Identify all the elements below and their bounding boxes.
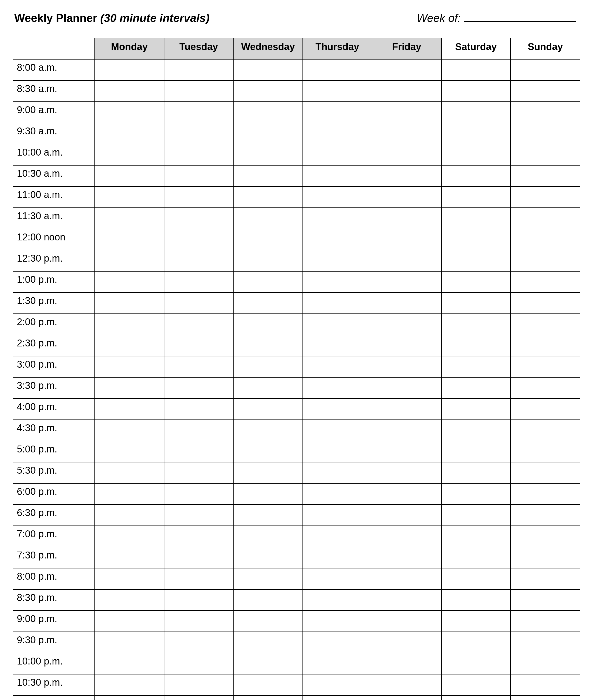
slot-cell[interactable]: [441, 589, 511, 611]
slot-cell[interactable]: [511, 271, 580, 293]
slot-cell[interactable]: [303, 611, 372, 632]
slot-cell[interactable]: [511, 462, 580, 483]
slot-cell[interactable]: [511, 483, 580, 505]
slot-cell[interactable]: [511, 420, 580, 441]
slot-cell[interactable]: [95, 229, 164, 250]
slot-cell[interactable]: [233, 568, 303, 589]
slot-cell[interactable]: [441, 526, 511, 547]
slot-cell[interactable]: [95, 632, 164, 653]
slot-cell[interactable]: [372, 123, 441, 144]
slot-cell[interactable]: [164, 144, 234, 165]
slot-cell[interactable]: [372, 356, 441, 377]
slot-cell[interactable]: [164, 568, 234, 589]
slot-cell[interactable]: [164, 80, 234, 102]
slot-cell[interactable]: [441, 229, 511, 250]
slot-cell[interactable]: [511, 144, 580, 165]
slot-cell[interactable]: [441, 144, 511, 165]
slot-cell[interactable]: [95, 526, 164, 547]
slot-cell[interactable]: [233, 611, 303, 632]
slot-cell[interactable]: [303, 632, 372, 653]
slot-cell[interactable]: [441, 462, 511, 483]
slot-cell[interactable]: [511, 314, 580, 335]
slot-cell[interactable]: [95, 335, 164, 356]
slot-cell[interactable]: [303, 208, 372, 229]
slot-cell[interactable]: [303, 102, 372, 123]
slot-cell[interactable]: [372, 165, 441, 186]
slot-cell[interactable]: [511, 250, 580, 271]
slot-cell[interactable]: [303, 165, 372, 186]
slot-cell[interactable]: [95, 547, 164, 568]
slot-cell[interactable]: [164, 59, 234, 80]
slot-cell[interactable]: [233, 250, 303, 271]
slot-cell[interactable]: [95, 165, 164, 186]
slot-cell[interactable]: [303, 123, 372, 144]
slot-cell[interactable]: [95, 483, 164, 505]
slot-cell[interactable]: [95, 123, 164, 144]
slot-cell[interactable]: [441, 80, 511, 102]
slot-cell[interactable]: [511, 80, 580, 102]
slot-cell[interactable]: [441, 208, 511, 229]
slot-cell[interactable]: [511, 441, 580, 462]
slot-cell[interactable]: [441, 568, 511, 589]
slot-cell[interactable]: [303, 589, 372, 611]
slot-cell[interactable]: [441, 483, 511, 505]
slot-cell[interactable]: [372, 399, 441, 420]
slot-cell[interactable]: [164, 102, 234, 123]
slot-cell[interactable]: [372, 102, 441, 123]
slot-cell[interactable]: [233, 80, 303, 102]
slot-cell[interactable]: [441, 59, 511, 80]
slot-cell[interactable]: [164, 229, 234, 250]
slot-cell[interactable]: [372, 335, 441, 356]
slot-cell[interactable]: [164, 695, 234, 700]
slot-cell[interactable]: [303, 80, 372, 102]
slot-cell[interactable]: [95, 314, 164, 335]
slot-cell[interactable]: [164, 505, 234, 526]
slot-cell[interactable]: [233, 589, 303, 611]
slot-cell[interactable]: [511, 208, 580, 229]
slot-cell[interactable]: [511, 293, 580, 314]
slot-cell[interactable]: [303, 59, 372, 80]
slot-cell[interactable]: [303, 483, 372, 505]
slot-cell[interactable]: [372, 271, 441, 293]
slot-cell[interactable]: [303, 547, 372, 568]
slot-cell[interactable]: [95, 462, 164, 483]
slot-cell[interactable]: [164, 123, 234, 144]
slot-cell[interactable]: [233, 186, 303, 208]
slot-cell[interactable]: [95, 144, 164, 165]
slot-cell[interactable]: [95, 505, 164, 526]
slot-cell[interactable]: [233, 462, 303, 483]
slot-cell[interactable]: [372, 144, 441, 165]
slot-cell[interactable]: [441, 441, 511, 462]
slot-cell[interactable]: [372, 674, 441, 695]
slot-cell[interactable]: [95, 589, 164, 611]
week-of-input[interactable]: [464, 10, 576, 22]
slot-cell[interactable]: [441, 695, 511, 700]
slot-cell[interactable]: [303, 526, 372, 547]
slot-cell[interactable]: [95, 399, 164, 420]
slot-cell[interactable]: [441, 293, 511, 314]
slot-cell[interactable]: [511, 695, 580, 700]
slot-cell[interactable]: [164, 462, 234, 483]
slot-cell[interactable]: [95, 653, 164, 674]
slot-cell[interactable]: [441, 399, 511, 420]
slot-cell[interactable]: [511, 229, 580, 250]
slot-cell[interactable]: [303, 250, 372, 271]
slot-cell[interactable]: [164, 314, 234, 335]
slot-cell[interactable]: [303, 186, 372, 208]
slot-cell[interactable]: [164, 356, 234, 377]
slot-cell[interactable]: [233, 293, 303, 314]
slot-cell[interactable]: [441, 653, 511, 674]
slot-cell[interactable]: [441, 314, 511, 335]
slot-cell[interactable]: [303, 271, 372, 293]
slot-cell[interactable]: [372, 80, 441, 102]
slot-cell[interactable]: [511, 653, 580, 674]
slot-cell[interactable]: [372, 314, 441, 335]
slot-cell[interactable]: [511, 102, 580, 123]
slot-cell[interactable]: [233, 420, 303, 441]
slot-cell[interactable]: [372, 483, 441, 505]
slot-cell[interactable]: [233, 483, 303, 505]
slot-cell[interactable]: [511, 568, 580, 589]
slot-cell[interactable]: [441, 547, 511, 568]
slot-cell[interactable]: [303, 229, 372, 250]
slot-cell[interactable]: [303, 695, 372, 700]
